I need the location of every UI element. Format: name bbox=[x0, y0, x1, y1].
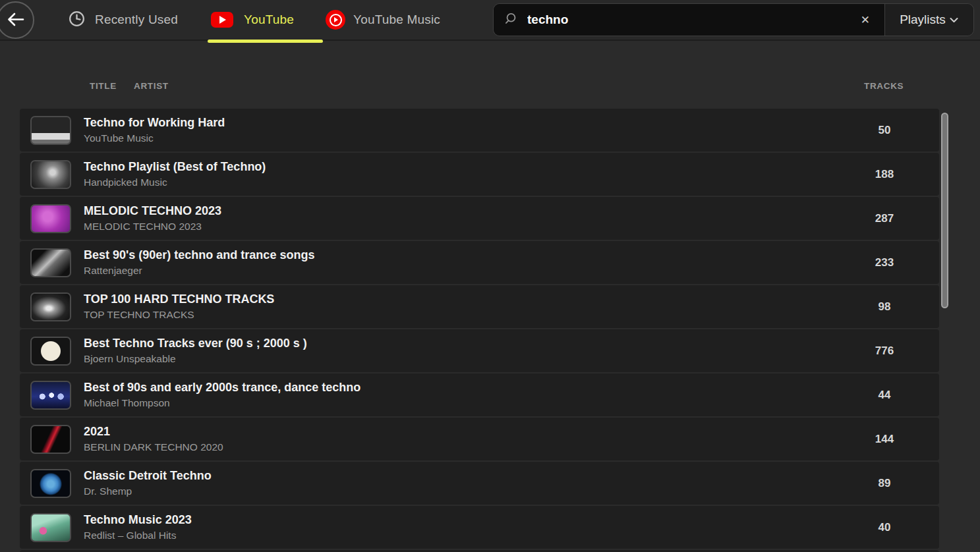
tab-label: Recently Used bbox=[95, 13, 178, 27]
tab-youtube[interactable]: YouTube bbox=[211, 12, 294, 28]
search-icon bbox=[504, 12, 518, 28]
table-row[interactable]: Techno Music 2023 Redlist – Global Hits … bbox=[20, 506, 939, 549]
track-count: 287 bbox=[858, 212, 911, 225]
playlist-artist: Bjoern Unspeakable bbox=[84, 353, 307, 365]
table-row[interactable]: Best 90's (90er) techno and trance songs… bbox=[20, 241, 939, 284]
playlist-thumbnail bbox=[30, 381, 71, 410]
track-count: 144 bbox=[858, 433, 911, 446]
table-row[interactable]: Best of 90s and early 2000s trance, danc… bbox=[20, 373, 939, 416]
track-count: 44 bbox=[858, 389, 911, 402]
search-box[interactable]: ✕ bbox=[494, 4, 884, 36]
playlist-title: Classic Detroit Techno bbox=[84, 469, 212, 483]
playlists-dropdown[interactable]: Playlists bbox=[884, 4, 973, 36]
search-compound: ✕ Playlists bbox=[493, 3, 974, 36]
track-count: 233 bbox=[858, 256, 911, 269]
playlist-title: Best 90's (90er) techno and trance songs bbox=[84, 248, 314, 262]
playlist-artist: YouTube Music bbox=[84, 132, 225, 144]
table-row[interactable]: 2021 BERLIN DARK TECHNO 2020 144 bbox=[20, 418, 939, 460]
table-row[interactable]: Techno Playlist (Best of Techno) Handpic… bbox=[20, 153, 939, 196]
scrollbar-thumb[interactable] bbox=[941, 113, 948, 308]
column-header-artist: ARTIST bbox=[134, 81, 169, 91]
playlist-thumbnail bbox=[30, 513, 71, 542]
table-row[interactable]: Best Techno Tracks ever (90 s ; 2000 s )… bbox=[20, 329, 939, 372]
table-row[interactable]: TOP 100 HARD TECHNO TRACKS TOP TECHNO TR… bbox=[20, 285, 939, 328]
back-arrow-icon bbox=[7, 12, 24, 29]
playlists-label: Playlists bbox=[900, 13, 946, 27]
source-tabs: Recently Used YouTube YouTube Music bbox=[68, 0, 440, 40]
playlist-thumbnail bbox=[30, 292, 71, 321]
playlist-list: Techno for Working Hard YouTube Music 50… bbox=[20, 109, 939, 552]
playlist-thumbnail bbox=[30, 337, 71, 366]
playlist-artist: TOP TECHNO TRACKS bbox=[84, 309, 274, 321]
tab-recently-used[interactable]: Recently Used bbox=[68, 10, 178, 30]
chevron-down-icon bbox=[949, 13, 959, 27]
search-input[interactable] bbox=[526, 12, 855, 28]
playlist-title: Best Techno Tracks ever (90 s ; 2000 s ) bbox=[84, 337, 307, 350]
track-count: 776 bbox=[858, 345, 911, 358]
playlist-title: TOP 100 HARD TECHNO TRACKS bbox=[84, 292, 274, 306]
top-bar: Recently Used YouTube YouTube Music ✕ Pl… bbox=[0, 0, 980, 41]
playlist-title: Techno for Working Hard bbox=[84, 116, 225, 130]
column-header-tracks: TRACKS bbox=[864, 81, 904, 91]
playlist-thumbnail bbox=[30, 160, 71, 189]
playlist-title: Techno Playlist (Best of Techno) bbox=[84, 160, 266, 174]
track-count: 188 bbox=[858, 168, 911, 181]
playlist-thumbnail bbox=[30, 116, 71, 145]
playlist-artist: Handpicked Music bbox=[84, 177, 266, 188]
tab-label: YouTube Music bbox=[353, 13, 440, 27]
column-header-title: TITLE bbox=[90, 81, 117, 91]
table-row[interactable]: Classic Detroit Techno Dr. Shemp 89 bbox=[20, 462, 939, 505]
tab-label: YouTube bbox=[244, 13, 294, 27]
playlist-title: Techno Music 2023 bbox=[84, 513, 192, 527]
playlist-artist: Michael Thompson bbox=[84, 397, 360, 409]
table-row[interactable]: Techno for Working Hard YouTube Music 50 bbox=[20, 109, 939, 152]
playlist-artist: MELODIC TECHNO 2023 bbox=[84, 221, 221, 233]
playlist-artist: Dr. Shemp bbox=[84, 485, 212, 497]
track-count: 98 bbox=[858, 300, 911, 314]
playlist-title: 2021 bbox=[84, 425, 223, 439]
playlist-thumbnail bbox=[30, 425, 71, 454]
tab-youtube-music[interactable]: YouTube Music bbox=[326, 10, 440, 30]
playlist-thumbnail bbox=[30, 204, 71, 233]
table-row[interactable]: MELODIC TECHNO 2023 MELODIC TECHNO 2023 … bbox=[20, 197, 939, 240]
playlist-artist: BERLIN DARK TECHNO 2020 bbox=[84, 441, 223, 453]
clear-search-icon[interactable]: ✕ bbox=[855, 12, 875, 28]
playlist-thumbnail bbox=[30, 248, 71, 277]
youtube-music-icon bbox=[326, 10, 345, 30]
active-tab-underline bbox=[208, 40, 323, 43]
playlist-title: Best of 90s and early 2000s trance, danc… bbox=[84, 381, 360, 395]
playlist-artist: Redlist – Global Hits bbox=[84, 530, 192, 541]
track-count: 40 bbox=[858, 521, 911, 534]
playlist-artist: Rattenjaeger bbox=[84, 265, 314, 277]
track-count: 50 bbox=[858, 124, 911, 137]
back-button[interactable] bbox=[0, 1, 34, 39]
track-count: 89 bbox=[858, 477, 911, 490]
playlist-title: MELODIC TECHNO 2023 bbox=[84, 204, 221, 218]
playlist-thumbnail bbox=[30, 469, 71, 498]
clock-icon bbox=[68, 10, 86, 30]
youtube-icon bbox=[211, 12, 233, 28]
